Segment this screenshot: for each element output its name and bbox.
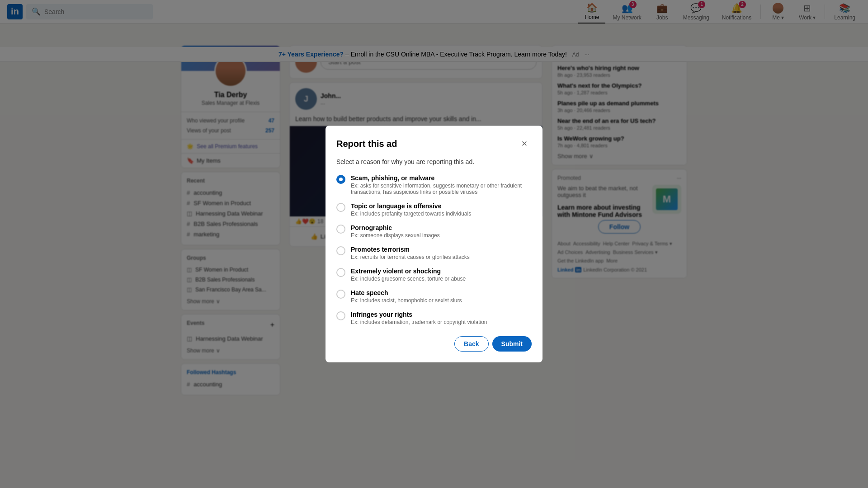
radio-terrorism-desc: Ex: recruits for terrorist causes or glo… bbox=[351, 254, 470, 260]
radio-pornographic-content: Pornographic Ex: someone displays sexual… bbox=[351, 224, 440, 239]
radio-option-hate[interactable]: Hate speech Ex: includes racist, homopho… bbox=[336, 289, 532, 304]
radio-hate-label: Hate speech bbox=[351, 289, 462, 296]
radio-scam-label: Scam, phishing, or malware bbox=[351, 174, 532, 182]
radio-scam-circle bbox=[336, 175, 345, 184]
modal-subtitle: Select a reason for why you are reportin… bbox=[336, 158, 532, 165]
radio-violent-circle bbox=[336, 268, 345, 277]
radio-option-pornographic[interactable]: Pornographic Ex: someone displays sexual… bbox=[336, 224, 532, 239]
radio-violent-label: Extremely violent or shocking bbox=[351, 267, 466, 275]
radio-hate-circle bbox=[336, 290, 345, 299]
radio-violent-desc: Ex: includes gruesome scenes, torture or… bbox=[351, 276, 466, 282]
radio-offensive-label: Topic or language is offensive bbox=[351, 202, 471, 210]
radio-pornographic-label: Pornographic bbox=[351, 224, 440, 231]
radio-offensive-content: Topic or language is offensive Ex: inclu… bbox=[351, 202, 471, 217]
radio-scam-content: Scam, phishing, or malware Ex: asks for … bbox=[351, 174, 532, 195]
modal-overlay: Report this ad × Select a reason for why… bbox=[0, 0, 868, 408]
modal-footer: Back Submit bbox=[336, 336, 532, 352]
radio-rights-circle bbox=[336, 311, 345, 320]
back-button[interactable]: Back bbox=[454, 336, 488, 352]
radio-hate-desc: Ex: includes racist, homophobic or sexis… bbox=[351, 297, 462, 304]
radio-option-violent[interactable]: Extremely violent or shocking Ex: includ… bbox=[336, 267, 532, 282]
modal-header: Report this ad × bbox=[336, 136, 532, 151]
radio-terrorism-circle bbox=[336, 246, 345, 255]
radio-pornographic-desc: Ex: someone displays sexual images bbox=[351, 232, 440, 239]
modal-title: Report this ad bbox=[336, 139, 397, 149]
radio-offensive-circle bbox=[336, 203, 345, 212]
modal-close-button[interactable]: × bbox=[517, 136, 532, 151]
radio-rights-label: Infringes your rights bbox=[351, 311, 487, 318]
radio-rights-content: Infringes your rights Ex: includes defam… bbox=[351, 311, 487, 325]
radio-terrorism-content: Promotes terrorism Ex: recruits for terr… bbox=[351, 246, 470, 260]
radio-violent-content: Extremely violent or shocking Ex: includ… bbox=[351, 267, 466, 282]
radio-rights-desc: Ex: includes defamation, trademark or co… bbox=[351, 319, 487, 325]
radio-option-terrorism[interactable]: Promotes terrorism Ex: recruits for terr… bbox=[336, 246, 532, 260]
radio-option-rights[interactable]: Infringes your rights Ex: includes defam… bbox=[336, 311, 532, 325]
radio-option-offensive[interactable]: Topic or language is offensive Ex: inclu… bbox=[336, 202, 532, 217]
radio-option-scam[interactable]: Scam, phishing, or malware Ex: asks for … bbox=[336, 174, 532, 195]
radio-offensive-desc: Ex: includes profanity targeted towards … bbox=[351, 211, 471, 217]
radio-hate-content: Hate speech Ex: includes racist, homopho… bbox=[351, 289, 462, 304]
radio-scam-desc: Ex: asks for sensitive information, sugg… bbox=[351, 183, 532, 195]
radio-terrorism-label: Promotes terrorism bbox=[351, 246, 470, 253]
report-ad-modal: Report this ad × Select a reason for why… bbox=[326, 126, 542, 362]
radio-pornographic-circle bbox=[336, 225, 345, 234]
submit-button[interactable]: Submit bbox=[492, 336, 532, 352]
